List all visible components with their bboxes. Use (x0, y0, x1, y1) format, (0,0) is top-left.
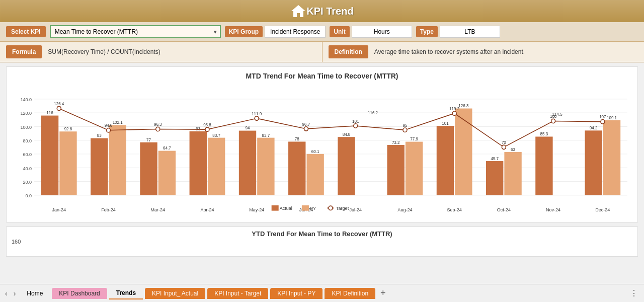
kpi-select-wrapper: Mean Time to Recover (MTTR) ▼ (50, 25, 221, 38)
svg-rect-101 (302, 205, 309, 211)
svg-rect-42 (288, 141, 305, 195)
svg-text:0.0: 0.0 (26, 193, 32, 198)
svg-text:107: 107 (599, 115, 606, 119)
definition-section: Definition Average time taken to recover… (323, 42, 645, 62)
svg-text:Actual: Actual (280, 205, 292, 210)
svg-text:116: 116 (46, 111, 53, 115)
formula-text: SUM(Recovery Time) / COUNT(Incidents) (48, 48, 160, 55)
svg-text:60.0: 60.0 (23, 152, 32, 157)
svg-point-79 (156, 127, 160, 131)
svg-text:77.9: 77.9 (410, 137, 418, 141)
svg-text:77: 77 (146, 137, 151, 142)
tab-next-button[interactable]: › (11, 289, 19, 297)
select-kpi-button[interactable]: Select KPI (6, 26, 46, 37)
svg-text:94.6: 94.6 (105, 123, 113, 128)
tab-kpi-input-actual[interactable]: KPI Input_ Actual (145, 288, 205, 299)
group-value: Incident Response (265, 26, 326, 38)
svg-text:70: 70 (502, 140, 506, 145)
svg-text:Mar-24: Mar-24 (150, 207, 165, 212)
svg-rect-17 (41, 116, 58, 195)
svg-rect-22 (91, 138, 108, 195)
svg-point-87 (354, 124, 358, 128)
svg-text:40.0: 40.0 (23, 166, 32, 171)
svg-text:60.1: 60.1 (311, 149, 319, 154)
svg-text:96.3: 96.3 (154, 122, 162, 127)
ytd-chart-container: YTD Trend For Mean Time to Recover (MTTR… (6, 226, 638, 257)
unit-label: Unit (330, 26, 349, 37)
svg-rect-62 (504, 152, 521, 195)
home-icon[interactable] (290, 3, 306, 19)
kpi-select[interactable]: Mean Time to Recover (MTTR) (50, 25, 221, 38)
svg-text:101: 101 (442, 121, 449, 126)
svg-text:100.0: 100.0 (21, 124, 32, 129)
svg-rect-57 (455, 109, 472, 195)
kpi-type-field: Type LTB (416, 26, 500, 38)
svg-rect-37 (239, 131, 256, 195)
svg-rect-47 (338, 137, 355, 195)
tab-trends[interactable]: Trends (109, 287, 143, 299)
svg-text:95.8: 95.8 (203, 123, 211, 127)
svg-text:84.8: 84.8 (343, 132, 351, 137)
svg-text:Target: Target (336, 205, 349, 210)
svg-point-77 (106, 128, 110, 132)
svg-text:83.7: 83.7 (262, 133, 270, 137)
tab-kpi-definition[interactable]: KPI Definition (325, 288, 375, 299)
ytd-scale: 160 (12, 239, 632, 245)
svg-text:111.9: 111.9 (252, 112, 262, 116)
svg-text:96.7: 96.7 (302, 122, 310, 126)
tab-prev-button[interactable]: ‹ (2, 289, 11, 297)
svg-text:126.3: 126.3 (458, 104, 468, 108)
svg-text:120.0: 120.0 (21, 111, 32, 116)
svg-text:Jul-24: Jul-24 (349, 207, 362, 212)
svg-text:May-24: May-24 (249, 207, 264, 212)
ytd-chart-title: YTD Trend For Mean Time to Recover (MTTR… (12, 230, 632, 238)
mtd-chart-svg: 0.020.040.060.080.0100.0120.0140.011692.… (12, 83, 632, 214)
svg-rect-24 (109, 125, 126, 195)
formula-section: Formula SUM(Recovery Time) / COUNT(Incid… (0, 42, 323, 62)
kpi-group-field: KPI Group Incident Response (225, 26, 326, 38)
svg-text:94: 94 (246, 126, 250, 130)
svg-text:78: 78 (295, 137, 299, 141)
svg-text:109.1: 109.1 (607, 116, 617, 120)
tab-bar: ‹ › Home KPI Dashboard Trends KPI Input_… (0, 284, 644, 302)
svg-text:83.7: 83.7 (212, 133, 220, 137)
tab-add-button[interactable]: + (376, 288, 390, 298)
svg-rect-19 (59, 131, 76, 195)
svg-rect-39 (257, 138, 274, 195)
svg-text:49.7: 49.7 (491, 157, 499, 161)
svg-text:73.2: 73.2 (392, 140, 400, 145)
type-value: LTB (440, 26, 500, 38)
definition-label: Definition (329, 45, 368, 58)
svg-point-97 (601, 120, 605, 124)
svg-rect-55 (437, 126, 454, 195)
svg-text:119.2: 119.2 (449, 107, 459, 111)
svg-text:102.1: 102.1 (113, 120, 123, 125)
svg-rect-70 (603, 120, 620, 195)
svg-text:Jan-24: Jan-24 (52, 207, 66, 212)
svg-text:20.0: 20.0 (23, 180, 32, 185)
tab-home[interactable]: Home (20, 288, 50, 299)
svg-rect-27 (140, 142, 157, 195)
svg-text:108: 108 (550, 114, 557, 119)
unit-value: Hours (352, 26, 412, 38)
svg-text:85.3: 85.3 (540, 132, 548, 136)
tab-kpi-dashboard[interactable]: KPI Dashboard (52, 288, 107, 299)
svg-text:Dec-24: Dec-24 (595, 207, 610, 212)
svg-rect-52 (406, 142, 423, 195)
svg-text:94.2: 94.2 (590, 126, 598, 130)
svg-text:63: 63 (511, 147, 515, 152)
tab-kpi-input-py[interactable]: KPI Input - PY (270, 288, 323, 299)
svg-rect-65 (535, 136, 552, 195)
svg-text:Feb-24: Feb-24 (101, 207, 116, 212)
group-label: KPI Group (225, 26, 263, 37)
type-label: Type (416, 26, 438, 37)
svg-point-89 (403, 128, 407, 132)
tab-kpi-input-target[interactable]: KPI Input - Target (207, 288, 268, 299)
tab-more-button[interactable]: ⋮ (626, 288, 642, 298)
svg-rect-50 (387, 145, 405, 195)
svg-rect-29 (158, 151, 176, 195)
svg-text:101: 101 (352, 119, 359, 123)
svg-text:Nov-24: Nov-24 (546, 207, 560, 212)
header: KPI Trend (0, 0, 644, 22)
svg-text:92.8: 92.8 (64, 127, 72, 131)
